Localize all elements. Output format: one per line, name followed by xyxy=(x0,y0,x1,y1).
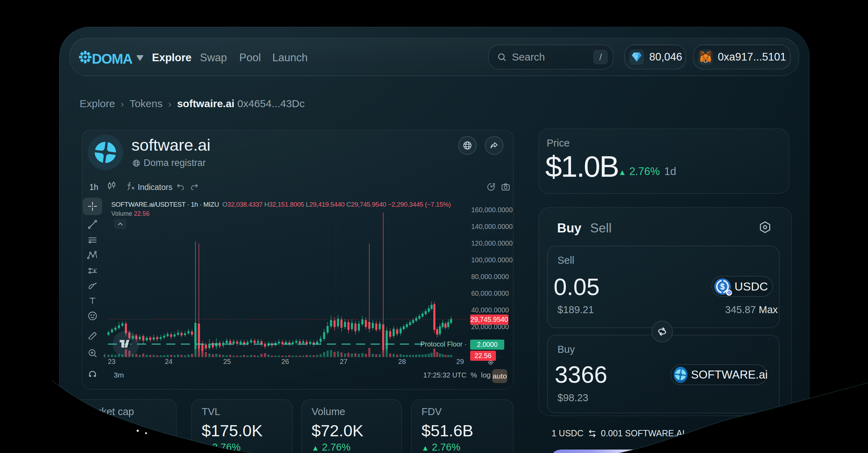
svg-text:$: $ xyxy=(720,282,725,291)
